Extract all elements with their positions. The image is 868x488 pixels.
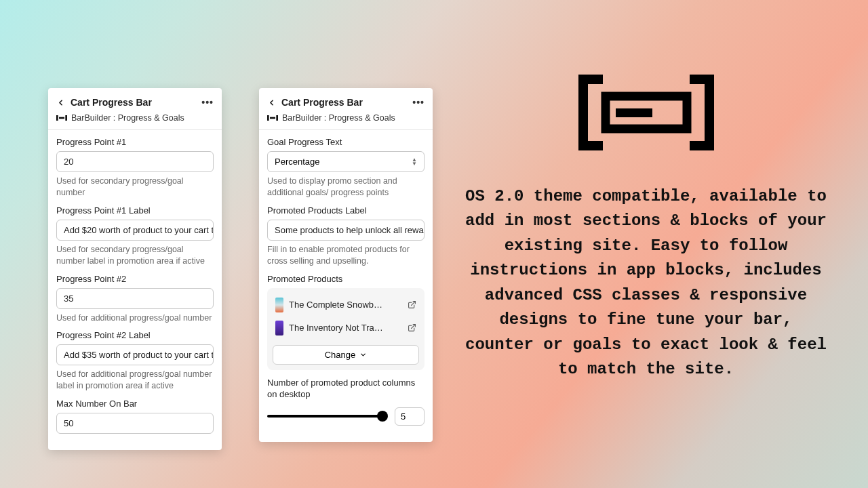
product-row[interactable]: The Inventory Not Tra… [273, 317, 419, 340]
progress-point-2-label-label: Progress Point #2 Label [56, 330, 214, 340]
progress-point-1-input[interactable]: 20 [56, 151, 214, 172]
svg-rect-10 [578, 141, 603, 150]
columns-slider[interactable] [267, 415, 387, 418]
change-button[interactable]: Change [273, 345, 419, 365]
product-name: The Complete Snowb… [289, 300, 402, 310]
promoted-products-label-label: Promoted Products Label [267, 205, 425, 216]
svg-rect-8 [578, 75, 588, 150]
progress-point-1-label-label: Progress Point #1 Label [56, 205, 214, 216]
settings-panel-promoted-products: Cart Progress Bar ••• BarBuilder : Progr… [259, 88, 433, 442]
app-badge-icon [56, 114, 67, 122]
svg-line-7 [411, 325, 415, 329]
marketing-copy-text: OS 2.0 theme compatible, available to ad… [461, 184, 831, 382]
max-number-on-bar-input[interactable]: 50 [56, 413, 214, 434]
columns-slider-row: 5 [267, 407, 425, 426]
app-logo-icon [578, 75, 714, 159]
goal-progress-text-help: Used to display promo section and additi… [267, 176, 425, 199]
svg-line-6 [411, 302, 415, 306]
product-row[interactable]: The Complete Snowb… [273, 293, 419, 317]
panel-subtitle-text: BarBuilder : Progress & Goals [71, 113, 184, 123]
svg-rect-13 [690, 141, 714, 150]
progress-point-1-label-help: Used for secondary progress/goal number … [56, 244, 214, 267]
progress-point-2-input[interactable]: 35 [56, 288, 214, 309]
marketing-copy: OS 2.0 theme compatible, available to ad… [461, 75, 831, 382]
svg-rect-11 [705, 75, 714, 150]
progress-point-2-label: Progress Point #2 [56, 274, 214, 284]
svg-rect-4 [276, 115, 278, 121]
promoted-products-label-input[interactable]: Some products to help unlock all reward [267, 220, 425, 241]
divider [48, 129, 222, 130]
promoted-products-box: The Complete Snowb… The Inventory Not Tr… [267, 288, 425, 370]
promoted-products-label: Promoted Products [267, 274, 425, 284]
external-link-icon[interactable] [408, 300, 416, 309]
divider [259, 129, 433, 130]
more-icon[interactable]: ••• [201, 97, 214, 108]
panel-header: Cart Progress Bar ••• [259, 88, 433, 112]
svg-rect-5 [270, 117, 275, 119]
columns-value-input[interactable]: 5 [395, 407, 425, 426]
chevron-down-icon [359, 351, 367, 359]
settings-panel-progress-points: Cart Progress Bar ••• BarBuilder : Progr… [48, 88, 222, 450]
panel-subtitle-text: BarBuilder : Progress & Goals [282, 113, 395, 123]
progress-point-2-help: Used for additional progress/goal number [56, 312, 214, 324]
svg-rect-15 [616, 108, 652, 117]
external-link-icon[interactable] [408, 323, 416, 332]
panel-subtitle: BarBuilder : Progress & Goals [48, 112, 222, 129]
progress-point-2-label-help: Used for additional progress/goal number… [56, 369, 214, 392]
change-button-label: Change [325, 350, 356, 360]
goal-progress-text-select[interactable]: Percentage ▲▼ [267, 151, 425, 172]
panel-title: Cart Progress Bar [71, 97, 201, 108]
svg-rect-0 [56, 115, 58, 121]
progress-point-2-label-input[interactable]: Add $35 worth of product to your cart t [56, 344, 214, 365]
svg-rect-2 [59, 117, 64, 119]
back-icon[interactable] [267, 98, 276, 107]
app-badge-icon [267, 114, 278, 122]
progress-point-1-help: Used for secondary progress/goal number [56, 176, 214, 199]
more-icon[interactable]: ••• [412, 97, 425, 108]
goal-progress-text-value: Percentage [275, 157, 320, 167]
svg-rect-9 [578, 75, 603, 84]
svg-rect-3 [267, 115, 269, 121]
product-thumbnail [275, 321, 283, 336]
progress-point-1-label-input[interactable]: Add $20 worth of product to your cart t [56, 220, 214, 241]
product-thumbnail [275, 298, 283, 312]
panel-subtitle: BarBuilder : Progress & Goals [259, 112, 433, 129]
back-icon[interactable] [56, 98, 65, 107]
svg-rect-1 [65, 115, 67, 121]
panel-title: Cart Progress Bar [281, 97, 412, 108]
panel-header: Cart Progress Bar ••• [48, 88, 222, 112]
svg-rect-12 [690, 75, 714, 84]
product-name: The Inventory Not Tra… [289, 323, 402, 333]
max-number-on-bar-label: Max Number On Bar [56, 399, 214, 409]
progress-point-1-label: Progress Point #1 [56, 137, 214, 147]
columns-label: Number of promoted product columns on de… [267, 377, 425, 401]
goal-progress-text-label: Goal Progress Text [267, 137, 425, 147]
promoted-products-label-help: Fill in to enable promoted products for … [267, 244, 425, 267]
